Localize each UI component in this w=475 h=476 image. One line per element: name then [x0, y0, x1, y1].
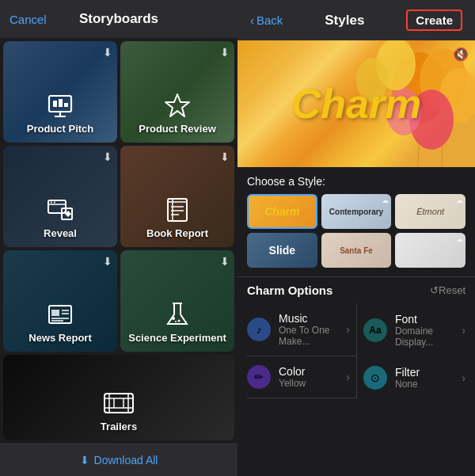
right-panel: ‹ Back Styles Create C [238, 0, 475, 476]
option-font-label: Font [395, 313, 462, 326]
filter-icon: ⊙ [363, 366, 387, 390]
storyboard-item-label: Trailers [101, 421, 137, 432]
svg-rect-5 [64, 103, 68, 107]
option-color-value: Yellow [279, 378, 346, 389]
options-two-col: ♪ Music One To One Make... › Aa Font Dom… [247, 303, 466, 356]
color-icon: ✏ [247, 365, 271, 389]
back-label: Back [256, 13, 283, 27]
charm-options-header: Charm Options ↺Reset [247, 284, 466, 297]
option-color[interactable]: ✏ Color Yellow › [247, 356, 356, 398]
option-music-label: Music [279, 312, 346, 325]
option-music-value: One To One Make... [279, 325, 346, 347]
storyboard-item-book-report[interactable]: ⬇ Book Report [120, 146, 234, 247]
storyboard-item-product-review[interactable]: ⬇ Product Review [120, 41, 234, 143]
create-button[interactable]: Create [406, 10, 462, 31]
style-charm-label: Charm [264, 205, 299, 218]
storyboard-grid: ⬇ Product Pitch ⬇ Product Review ⬇ [0, 38, 238, 444]
back-button[interactable]: ‹ Back [250, 13, 283, 27]
chevron-left-icon: ‹ [250, 13, 254, 27]
option-filter-label: Filter [395, 366, 462, 379]
option-music[interactable]: ♪ Music One To One Make... › [247, 303, 356, 356]
option-filter[interactable]: ⊙ Filter None › [356, 356, 466, 398]
cancel-button[interactable]: Cancel [10, 13, 47, 26]
cloud-download-icon: ⬇ [103, 150, 112, 163]
style-sante-thumb[interactable]: Santa Fe [321, 233, 392, 268]
cloud-icon: ☁ [382, 196, 389, 204]
option-font-text: Font Domaine Display... [395, 313, 462, 348]
options-two-col-2: ✏ Color Yellow › ⊙ Filter None › [247, 356, 466, 398]
download-all-button[interactable]: ⬇ Download All [13, 454, 225, 466]
style-slide-thumb[interactable]: Slide [247, 233, 317, 268]
science-icon [163, 300, 192, 329]
cloud-download-icon: ⬇ [220, 255, 230, 268]
style-plain-thumb[interactable]: ☁ [395, 233, 466, 268]
preview-area: Charm 🔇 [238, 40, 475, 167]
book-report-icon [163, 196, 192, 224]
svg-point-8 [51, 202, 52, 204]
product-review-icon [163, 91, 192, 120]
options-list: ♪ Music One To One Make... › Aa Font Dom… [247, 303, 466, 398]
svg-point-11 [64, 211, 66, 214]
storyboard-item-label: Reveal [44, 227, 77, 239]
storyboard-item-reveal[interactable]: ⬇ Reveal [3, 146, 117, 247]
cloud-download-icon: ⬇ [220, 150, 230, 163]
svg-rect-4 [59, 99, 63, 107]
cloud-icon: ☁ [456, 235, 463, 243]
cloud-download-icon: ⬇ [103, 46, 112, 59]
cloud-icon: ☁ [456, 196, 463, 204]
charm-options: Charm Options ↺Reset ♪ Music One To One … [238, 276, 475, 398]
storyboard-item-label: Product Review [139, 123, 216, 135]
chevron-right-icon: › [346, 371, 350, 383]
news-report-icon [46, 300, 74, 329]
reset-button[interactable]: ↺Reset [430, 284, 466, 296]
storyboard-item-label: News Report [28, 332, 91, 344]
download-bar: ⬇ Download All [0, 444, 238, 476]
style-charm-thumb[interactable]: Charm [247, 194, 317, 229]
style-slide-label: Slide [269, 244, 295, 257]
chevron-right-icon: › [462, 324, 466, 337]
preview-charm-text: Charm [291, 80, 422, 128]
storyboard-item-news-report[interactable]: ⬇ News Report [3, 250, 117, 352]
preview-balloons-bg: Charm [238, 40, 475, 167]
reveal-icon [46, 196, 74, 224]
charm-options-title: Charm Options [247, 284, 332, 297]
music-icon: ♪ [247, 318, 271, 341]
svg-point-25 [172, 317, 175, 320]
cloud-download-icon: ⬇ [103, 255, 112, 268]
style-sante-label: Santa Fe [340, 246, 373, 255]
style-contemporary-label: Contemporary [329, 208, 383, 216]
chevron-right-icon: › [346, 323, 350, 336]
left-panel-title: Storyboards [79, 11, 158, 27]
cloud-download-icon: ⬇ [220, 46, 230, 59]
style-contemporary-thumb[interactable]: ☁ Contemporary [321, 194, 392, 229]
storyboard-item-label: Book Report [146, 227, 208, 239]
storyboard-item-label: Science Experiment [128, 332, 226, 344]
right-panel-title: Styles [325, 13, 364, 29]
chevron-right-icon: › [462, 371, 466, 384]
product-pitch-icon [46, 91, 74, 120]
storyboard-item-label: Product Pitch [27, 123, 94, 135]
left-header: Cancel Storyboards [0, 0, 238, 38]
download-all-label: Download All [94, 454, 158, 466]
option-color-label: Color [279, 365, 346, 378]
font-icon: Aa [363, 318, 387, 342]
svg-point-27 [175, 321, 177, 322]
option-font[interactable]: Aa Font Domaine Display... › [356, 303, 466, 356]
svg-rect-19 [51, 310, 59, 316]
option-color-text: Color Yellow [279, 365, 346, 389]
download-icon: ⬇ [80, 454, 89, 466]
svg-rect-3 [53, 101, 57, 107]
storyboard-item-science-experiment[interactable]: ⬇ Science Experiment [120, 250, 234, 352]
svg-point-9 [54, 202, 55, 204]
style-etmont-thumb[interactable]: ☁ Étmont [395, 194, 466, 229]
storyboard-item-trailers[interactable]: Trailers [3, 355, 234, 440]
mute-icon[interactable]: 🔇 [453, 47, 469, 62]
styles-section: Choose a Style: Charm ☁ Contemporary ☁ É… [238, 167, 475, 276]
option-filter-value: None [395, 379, 462, 390]
right-header: ‹ Back Styles Create [238, 0, 475, 40]
storyboard-item-product-pitch[interactable]: ⬇ Product Pitch [3, 41, 117, 143]
option-font-value: Domaine Display... [395, 326, 462, 348]
option-music-text: Music One To One Make... [279, 312, 346, 347]
style-etmont-label: Étmont [416, 207, 444, 216]
svg-point-26 [178, 320, 180, 322]
